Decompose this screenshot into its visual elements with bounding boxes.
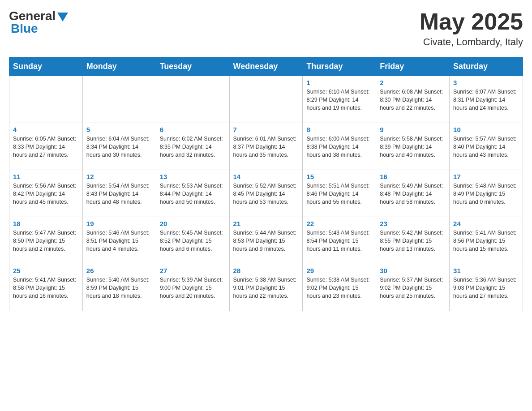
- day-number: 1: [306, 79, 372, 86]
- calendar-table: SundayMondayTuesdayWednesdayThursdayFrid…: [9, 57, 523, 311]
- calendar-cell: 25Sunrise: 5:41 AM Sunset: 8:58 PM Dayli…: [9, 264, 83, 311]
- day-info: Sunrise: 5:38 AM Sunset: 9:02 PM Dayligh…: [306, 276, 372, 300]
- weekday-header-row: SundayMondayTuesdayWednesdayThursdayFrid…: [9, 57, 523, 76]
- day-number: 27: [160, 267, 226, 274]
- day-number: 12: [86, 173, 152, 180]
- calendar-cell: 15Sunrise: 5:51 AM Sunset: 8:46 PM Dayli…: [303, 170, 376, 217]
- day-info: Sunrise: 5:37 AM Sunset: 9:02 PM Dayligh…: [380, 276, 446, 300]
- day-info: Sunrise: 6:01 AM Sunset: 8:37 PM Dayligh…: [233, 135, 299, 159]
- week-row-2: 4Sunrise: 6:05 AM Sunset: 8:33 PM Daylig…: [9, 123, 523, 170]
- day-number: 18: [13, 220, 79, 227]
- weekday-header-sunday: Sunday: [9, 57, 83, 76]
- day-number: 9: [380, 126, 446, 133]
- day-info: Sunrise: 5:36 AM Sunset: 9:03 PM Dayligh…: [453, 276, 519, 300]
- day-info: Sunrise: 5:54 AM Sunset: 8:43 PM Dayligh…: [86, 182, 152, 206]
- day-info: Sunrise: 5:44 AM Sunset: 8:53 PM Dayligh…: [233, 229, 299, 253]
- day-number: 25: [13, 267, 79, 274]
- day-number: 22: [306, 220, 372, 227]
- day-info: Sunrise: 5:56 AM Sunset: 8:42 PM Dayligh…: [13, 182, 79, 206]
- calendar-cell: 20Sunrise: 5:45 AM Sunset: 8:52 PM Dayli…: [156, 217, 229, 264]
- calendar-cell: 1Sunrise: 6:10 AM Sunset: 8:29 PM Daylig…: [303, 76, 376, 123]
- day-number: 28: [233, 267, 299, 274]
- day-info: Sunrise: 5:52 AM Sunset: 8:45 PM Dayligh…: [233, 182, 299, 206]
- day-info: Sunrise: 5:43 AM Sunset: 8:54 PM Dayligh…: [306, 229, 372, 253]
- calendar-cell: 26Sunrise: 5:40 AM Sunset: 8:59 PM Dayli…: [82, 264, 156, 311]
- calendar-cell: 21Sunrise: 5:44 AM Sunset: 8:53 PM Dayli…: [229, 217, 303, 264]
- calendar-cell: 22Sunrise: 5:43 AM Sunset: 8:54 PM Dayli…: [303, 217, 376, 264]
- day-number: 23: [380, 220, 446, 227]
- day-info: Sunrise: 5:53 AM Sunset: 8:44 PM Dayligh…: [160, 182, 226, 206]
- day-info: Sunrise: 5:48 AM Sunset: 8:49 PM Dayligh…: [453, 182, 519, 206]
- day-info: Sunrise: 5:40 AM Sunset: 8:59 PM Dayligh…: [86, 276, 152, 300]
- day-info: Sunrise: 6:00 AM Sunset: 8:38 PM Dayligh…: [306, 135, 372, 159]
- calendar-cell: [229, 76, 303, 123]
- day-info: Sunrise: 5:47 AM Sunset: 8:50 PM Dayligh…: [13, 229, 79, 253]
- day-info: Sunrise: 5:49 AM Sunset: 8:48 PM Dayligh…: [380, 182, 446, 206]
- week-row-4: 18Sunrise: 5:47 AM Sunset: 8:50 PM Dayli…: [9, 217, 523, 264]
- day-number: 11: [13, 173, 79, 180]
- logo-triangle-icon: [57, 13, 68, 21]
- day-number: 30: [380, 267, 446, 274]
- calendar-cell: 19Sunrise: 5:46 AM Sunset: 8:51 PM Dayli…: [82, 217, 156, 264]
- day-number: 14: [233, 173, 299, 180]
- calendar-cell: 24Sunrise: 5:41 AM Sunset: 8:56 PM Dayli…: [450, 217, 523, 264]
- day-number: 24: [453, 220, 519, 227]
- week-row-1: 1Sunrise: 6:10 AM Sunset: 8:29 PM Daylig…: [9, 76, 523, 123]
- day-number: 3: [453, 79, 519, 86]
- calendar-cell: 5Sunrise: 6:04 AM Sunset: 8:34 PM Daylig…: [82, 123, 156, 170]
- calendar-cell: 2Sunrise: 6:08 AM Sunset: 8:30 PM Daylig…: [376, 76, 450, 123]
- day-number: 8: [306, 126, 372, 133]
- day-number: 7: [233, 126, 299, 133]
- day-info: Sunrise: 5:57 AM Sunset: 8:40 PM Dayligh…: [453, 135, 519, 159]
- day-number: 19: [86, 220, 152, 227]
- weekday-header-saturday: Saturday: [450, 57, 523, 76]
- day-info: Sunrise: 5:38 AM Sunset: 9:01 PM Dayligh…: [233, 276, 299, 300]
- location-subtitle: Civate, Lombardy, Italy: [420, 36, 523, 48]
- calendar-cell: 3Sunrise: 6:07 AM Sunset: 8:31 PM Daylig…: [450, 76, 523, 123]
- page-header: General Blue May 2025 Civate, Lombardy, …: [9, 9, 523, 48]
- calendar-cell: [9, 76, 83, 123]
- day-number: 6: [160, 126, 226, 133]
- day-info: Sunrise: 5:45 AM Sunset: 8:52 PM Dayligh…: [160, 229, 226, 253]
- day-info: Sunrise: 6:08 AM Sunset: 8:30 PM Dayligh…: [380, 88, 446, 112]
- weekday-header-friday: Friday: [376, 57, 450, 76]
- calendar-cell: 9Sunrise: 5:58 AM Sunset: 8:39 PM Daylig…: [376, 123, 450, 170]
- day-info: Sunrise: 6:10 AM Sunset: 8:29 PM Dayligh…: [306, 88, 372, 112]
- day-info: Sunrise: 6:05 AM Sunset: 8:33 PM Dayligh…: [13, 135, 79, 159]
- calendar-cell: 23Sunrise: 5:42 AM Sunset: 8:55 PM Dayli…: [376, 217, 450, 264]
- calendar-cell: 18Sunrise: 5:47 AM Sunset: 8:50 PM Dayli…: [9, 217, 83, 264]
- day-number: 17: [453, 173, 519, 180]
- calendar-cell: 6Sunrise: 6:02 AM Sunset: 8:35 PM Daylig…: [156, 123, 229, 170]
- day-number: 16: [380, 173, 446, 180]
- weekday-header-wednesday: Wednesday: [229, 57, 303, 76]
- day-number: 31: [453, 267, 519, 274]
- title-block: May 2025 Civate, Lombardy, Italy: [420, 9, 523, 48]
- day-number: 29: [306, 267, 372, 274]
- calendar-cell: 12Sunrise: 5:54 AM Sunset: 8:43 PM Dayli…: [82, 170, 156, 217]
- day-info: Sunrise: 5:39 AM Sunset: 9:00 PM Dayligh…: [160, 276, 226, 300]
- calendar-cell: 16Sunrise: 5:49 AM Sunset: 8:48 PM Dayli…: [376, 170, 450, 217]
- day-info: Sunrise: 5:41 AM Sunset: 8:56 PM Dayligh…: [453, 229, 519, 253]
- day-number: 10: [453, 126, 519, 133]
- day-info: Sunrise: 6:07 AM Sunset: 8:31 PM Dayligh…: [453, 88, 519, 112]
- day-number: 26: [86, 267, 152, 274]
- day-info: Sunrise: 5:51 AM Sunset: 8:46 PM Dayligh…: [306, 182, 372, 206]
- calendar-cell: 8Sunrise: 6:00 AM Sunset: 8:38 PM Daylig…: [303, 123, 376, 170]
- day-number: 15: [306, 173, 372, 180]
- calendar-cell: 4Sunrise: 6:05 AM Sunset: 8:33 PM Daylig…: [9, 123, 83, 170]
- day-info: Sunrise: 6:02 AM Sunset: 8:35 PM Dayligh…: [160, 135, 226, 159]
- month-year-title: May 2025: [420, 9, 523, 34]
- calendar-cell: 27Sunrise: 5:39 AM Sunset: 9:00 PM Dayli…: [156, 264, 229, 311]
- day-info: Sunrise: 5:58 AM Sunset: 8:39 PM Dayligh…: [380, 135, 446, 159]
- week-row-3: 11Sunrise: 5:56 AM Sunset: 8:42 PM Dayli…: [9, 170, 523, 217]
- day-info: Sunrise: 5:42 AM Sunset: 8:55 PM Dayligh…: [380, 229, 446, 253]
- calendar-cell: 29Sunrise: 5:38 AM Sunset: 9:02 PM Dayli…: [303, 264, 376, 311]
- day-number: 20: [160, 220, 226, 227]
- calendar-cell: 7Sunrise: 6:01 AM Sunset: 8:37 PM Daylig…: [229, 123, 303, 170]
- logo-blue-text: Blue: [9, 21, 38, 36]
- weekday-header-thursday: Thursday: [303, 57, 376, 76]
- calendar-cell: [82, 76, 156, 123]
- day-number: 13: [160, 173, 226, 180]
- weekday-header-tuesday: Tuesday: [156, 57, 229, 76]
- day-info: Sunrise: 5:41 AM Sunset: 8:58 PM Dayligh…: [13, 276, 79, 300]
